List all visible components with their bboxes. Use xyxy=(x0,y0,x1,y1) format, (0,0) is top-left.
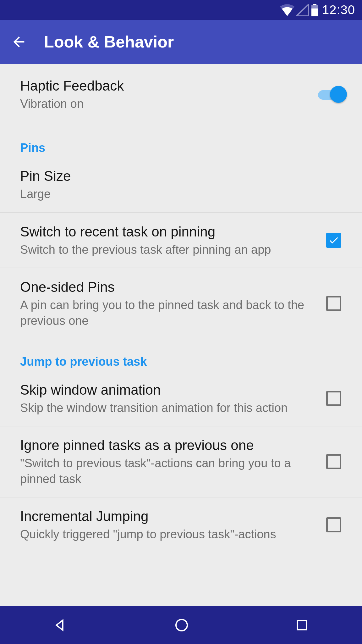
setting-title: Ignore pinned tasks as a previous one xyxy=(20,436,326,454)
navigation-bar xyxy=(0,606,362,644)
status-icons xyxy=(280,4,319,16)
row-switch-recent[interactable]: Switch to recent task on pinning Switch … xyxy=(0,213,362,268)
ignore-pinned-checkbox[interactable] xyxy=(326,454,341,469)
row-skip-animation[interactable]: Skip window animation Skip the window tr… xyxy=(0,371,362,426)
setting-subtitle: Quickly triggered "jump to previous task… xyxy=(20,527,326,542)
section-header-jump: Jump to previous task xyxy=(0,339,362,371)
setting-title: One-sided Pins xyxy=(20,278,326,296)
battery-icon xyxy=(311,4,319,16)
settings-list: Haptic Feedback Vibration on Pins Pin Si… xyxy=(0,64,362,606)
row-one-sided-pins[interactable]: One-sided Pins A pin can bring you to th… xyxy=(0,268,362,339)
setting-subtitle: A pin can bring you to the pinned task a… xyxy=(20,297,326,329)
app-bar: Look & Behavior xyxy=(0,20,362,64)
skip-animation-checkbox[interactable] xyxy=(326,391,341,406)
back-icon[interactable] xyxy=(11,34,27,50)
setting-title: Switch to recent task on pinning xyxy=(20,223,326,240)
cell-signal-icon xyxy=(296,4,309,16)
nav-home-icon[interactable] xyxy=(173,617,190,634)
section-header-pins: Pins xyxy=(0,125,362,157)
status-bar: 12:30 xyxy=(0,0,362,20)
row-ignore-pinned[interactable]: Ignore pinned tasks as a previous one "S… xyxy=(0,426,362,497)
svg-rect-4 xyxy=(298,620,307,630)
status-time: 12:30 xyxy=(322,3,355,17)
svg-point-3 xyxy=(176,619,187,631)
setting-subtitle: Skip the window transition animation for… xyxy=(20,400,326,416)
row-haptic-feedback[interactable]: Haptic Feedback Vibration on xyxy=(0,64,362,125)
haptic-toggle[interactable] xyxy=(318,86,347,103)
one-sided-checkbox[interactable] xyxy=(326,296,341,311)
setting-subtitle: Switch to the previous task after pinnin… xyxy=(20,242,326,258)
setting-title: Incremental Jumping xyxy=(20,508,326,525)
nav-back-icon[interactable] xyxy=(52,617,69,634)
row-incremental-jumping[interactable]: Incremental Jumping Quickly triggered "j… xyxy=(0,497,362,552)
svg-rect-0 xyxy=(313,4,316,5)
wifi-icon xyxy=(280,4,294,16)
setting-subtitle: Vibration on xyxy=(20,96,318,112)
row-pin-size[interactable]: Pin Size Large xyxy=(0,157,362,212)
setting-title: Haptic Feedback xyxy=(20,77,318,94)
setting-title: Pin Size xyxy=(20,167,347,185)
svg-rect-2 xyxy=(311,8,318,16)
setting-subtitle: "Switch to previous task"-actions can br… xyxy=(20,456,326,487)
switch-recent-checkbox[interactable] xyxy=(326,233,341,248)
page-title: Look & Behavior xyxy=(44,32,174,51)
incremental-jumping-checkbox[interactable] xyxy=(326,517,341,532)
nav-recent-icon[interactable] xyxy=(294,617,310,633)
setting-subtitle: Large xyxy=(20,186,347,202)
setting-title: Skip window animation xyxy=(20,381,326,398)
